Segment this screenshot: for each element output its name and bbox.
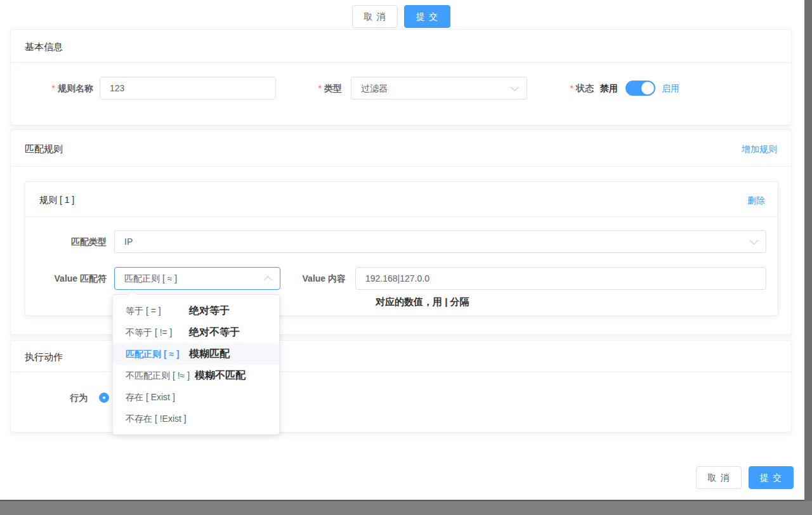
chevron-down-icon [511,83,519,91]
required-asterisk: * [318,83,322,93]
top-submit-button[interactable]: 提 交 [404,5,450,28]
behavior-radio-selected[interactable] [99,393,109,403]
match-type-label: 匹配类型 [25,230,107,253]
status-off-label: 禁用 [600,81,618,96]
dropdown-option-1[interactable]: 不等于 [ != ] 绝对不等于 [113,322,279,343]
value-matcher-dropdown: 等于 [ = ] 绝对等于 不等于 [ != ] 绝对不等于 匹配正则 [ ≈ … [112,294,280,435]
rule-1-header: 规则 [ 1 ] 删除 [25,182,778,217]
value-content-label: Value 内容 [266,267,346,290]
dropdown-option-label: 匹配正则 [ ≈ ] [126,343,184,365]
status-toggle[interactable] [625,81,655,96]
dropdown-option-4[interactable]: 存在 [ Exist ] [113,386,279,408]
required-asterisk: * [570,83,573,93]
type-label: *类型 [291,77,342,100]
value-content-hint: 对应的数值，用 | 分隔 [376,296,469,308]
dropdown-option-label: 等于 [ = ] [126,300,184,322]
status-label: *状态 [543,77,594,100]
rule-name-input[interactable] [100,77,276,100]
status-on-label: 启用 [662,81,679,96]
behavior-label: 行为 [36,386,88,409]
action-title: 执行动作 [25,351,63,363]
form-page: 取 消 提 交 基本信息 *规则名称 *类型 过滤器 *状态 禁用 启用 [0,0,804,501]
vertical-scrollbar[interactable] [804,0,812,501]
value-matcher-label: Value 匹配符 [25,267,107,290]
radio-dot [103,396,105,399]
chevron-down-icon [750,237,758,245]
dropdown-option-2[interactable]: 匹配正则 [ ≈ ] 模糊匹配 [113,343,279,365]
dropdown-option-0[interactable]: 等于 [ = ] 绝对等于 [113,300,279,322]
dropdown-option-label: 不匹配正则 [ !≈ ] [126,365,190,386]
match-rules-header: 匹配规则 增加规则 [11,130,791,167]
rule-name-label: *规则名称 [11,77,93,100]
bottom-submit-button[interactable]: 提 交 [749,466,794,489]
match-type-select[interactable]: IP [114,230,766,253]
type-select[interactable]: 过滤器 [351,77,527,100]
required-asterisk: * [52,83,55,93]
dropdown-option-label: 不存在 [ !Exist ] [126,408,187,429]
top-cancel-button[interactable]: 取 消 [352,5,398,28]
bottom-cancel-button[interactable]: 取 消 [696,466,742,489]
toggle-knob [641,82,654,95]
type-select-value: 过滤器 [361,77,388,99]
match-rules-title: 匹配规则 [25,143,63,155]
value-matcher-select[interactable]: 匹配正则 [ ≈ ] [114,267,280,290]
dropdown-option-desc: 模糊不匹配 [195,365,246,386]
dropdown-option-desc: 模糊匹配 [189,343,230,365]
rule-1-title: 规则 [ 1 ] [39,195,74,206]
dropdown-options-list: 等于 [ = ] 绝对等于 不等于 [ != ] 绝对不等于 匹配正则 [ ≈ … [113,300,279,429]
basic-info-card: 基本信息 *规则名称 *类型 过滤器 *状态 禁用 启用 [10,29,792,126]
dropdown-option-3[interactable]: 不匹配正则 [ !≈ ] 模糊不匹配 [113,365,279,386]
dropdown-option-label: 不等于 [ != ] [126,322,184,343]
dropdown-option-desc: 绝对不等于 [189,322,240,343]
delete-rule-link[interactable]: 删除 [747,195,765,207]
value-matcher-value: 匹配正则 [ ≈ ] [124,268,177,289]
dropdown-option-label: 存在 [ Exist ] [126,386,184,408]
dropdown-option-5[interactable]: 不存在 [ !Exist ] [113,408,279,429]
dropdown-option-desc: 绝对等于 [189,300,230,322]
match-type-value: IP [124,231,133,252]
basic-info-header: 基本信息 [11,30,791,63]
value-content-input[interactable] [355,267,766,290]
basic-info-title: 基本信息 [25,41,63,53]
add-rule-link[interactable]: 增加规则 [742,144,777,155]
